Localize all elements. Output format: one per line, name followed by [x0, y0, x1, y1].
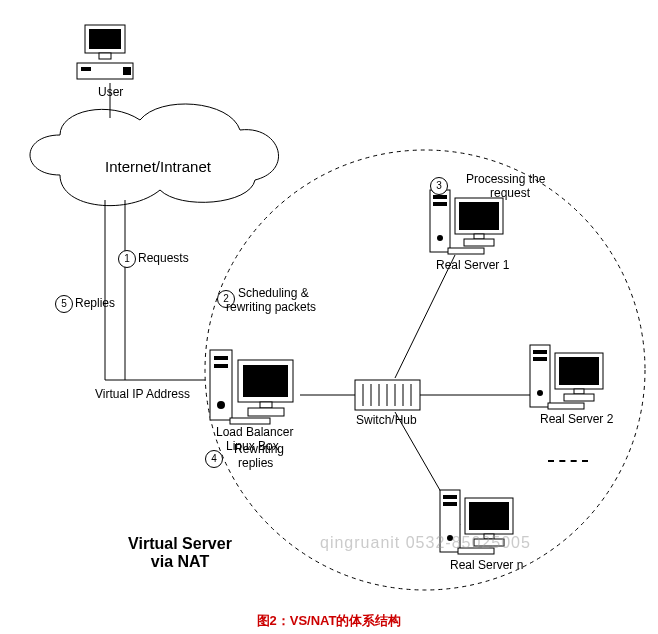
svg-rect-37 [559, 357, 599, 385]
cloud-shape [30, 104, 279, 206]
cloud-label: Internet/Intranet [105, 158, 211, 175]
title-line2: via NAT [110, 553, 250, 571]
ellipsis-icon [548, 460, 588, 462]
svg-point-9 [217, 401, 225, 409]
switch-label: Switch/Hub [356, 413, 417, 427]
figure-caption: 图2：VS/NAT的体系结构 [0, 612, 658, 630]
rs1-label: Real Server 1 [436, 258, 509, 272]
vip-label: Virtual IP Address [95, 387, 190, 401]
step1-text: Requests [138, 251, 189, 265]
step1-num: 1 [118, 250, 136, 268]
svg-rect-14 [230, 418, 270, 424]
svg-rect-46 [469, 502, 509, 530]
svg-rect-11 [243, 365, 288, 397]
svg-rect-13 [248, 408, 284, 416]
svg-rect-30 [464, 239, 494, 246]
title-line1: Virtual Server [110, 535, 250, 553]
svg-rect-25 [433, 202, 447, 206]
step5-text: Replies [75, 296, 115, 310]
svg-rect-23 [430, 190, 450, 252]
svg-rect-29 [474, 234, 484, 239]
link-switch-rs1 [395, 255, 455, 378]
svg-rect-42 [443, 495, 457, 499]
svg-rect-32 [530, 345, 550, 407]
svg-rect-6 [210, 350, 232, 420]
svg-rect-38 [574, 389, 584, 394]
rsn-label: Real Server n [450, 558, 523, 572]
step2-text2: rewriting packets [226, 300, 316, 314]
user-pc-icon [77, 25, 133, 79]
step4-num: 4 [205, 450, 223, 468]
svg-rect-8 [214, 364, 228, 368]
diagram-canvas: User Internet/Intranet 1 Requests 5 Repl… [0, 0, 658, 634]
svg-rect-34 [533, 357, 547, 361]
svg-rect-5 [123, 67, 131, 75]
step4-text2: replies [238, 456, 273, 470]
svg-point-26 [437, 235, 443, 241]
step3-num: 3 [430, 177, 448, 195]
lb-icon [210, 350, 293, 424]
watermark-text: qingruanit 0532-85025005 [320, 534, 531, 552]
svg-rect-39 [564, 394, 594, 401]
svg-rect-2 [99, 53, 111, 59]
svg-rect-12 [260, 402, 272, 408]
svg-rect-1 [89, 29, 121, 49]
switch-icon [355, 380, 420, 410]
step3-text1: Processing the [466, 172, 545, 186]
svg-rect-28 [459, 202, 499, 230]
rs2-icon [530, 345, 603, 409]
svg-rect-31 [448, 248, 484, 254]
step3-text2: request [490, 186, 530, 200]
svg-rect-33 [533, 350, 547, 354]
lb-label1: Load Balancer [216, 425, 293, 439]
svg-rect-43 [443, 502, 457, 506]
svg-rect-24 [433, 195, 447, 199]
step2-text1: Scheduling & [238, 286, 309, 300]
svg-rect-40 [548, 403, 584, 409]
diagram-title: Virtual Server via NAT [110, 535, 250, 571]
lb-label2: Linux Box [226, 439, 279, 453]
svg-rect-4 [81, 67, 91, 71]
svg-rect-7 [214, 356, 228, 360]
rs2-label: Real Server 2 [540, 412, 613, 426]
user-label: User [98, 85, 123, 99]
svg-point-35 [537, 390, 543, 396]
step5-num: 5 [55, 295, 73, 313]
